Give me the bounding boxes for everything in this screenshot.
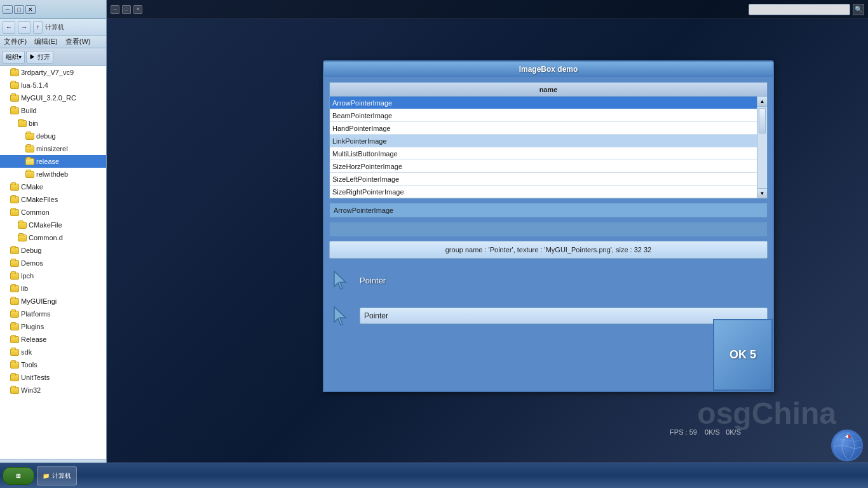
folder-icon <box>10 298 19 305</box>
folder-icon <box>10 374 19 381</box>
tree-item-relwithdeb[interactable]: relwithdeb <box>0 168 106 180</box>
address-label: 计算机 <box>45 23 64 32</box>
list-item-beam[interactable]: BeamPointerImage <box>330 109 757 122</box>
tree-item-release2[interactable]: Release <box>0 333 106 346</box>
nav-toolbar: ← → ↑ 计算机 <box>0 19 106 36</box>
list-body: ArrowPointerImage BeamPointerImage HandP… <box>330 97 767 198</box>
tree-item-cmake[interactable]: CMake <box>0 180 106 193</box>
scroll-track <box>757 107 767 188</box>
folder-icon <box>25 158 34 165</box>
pointer-text-input[interactable]: Pointer <box>360 308 768 324</box>
list-panel: name ArrowPointerImage BeamPointerImage … <box>329 82 768 199</box>
tree-item-plugins[interactable]: Plugins <box>0 320 106 333</box>
back-button[interactable]: ← <box>3 21 15 34</box>
close-button[interactable]: ✕ <box>25 5 36 14</box>
globe-svg <box>832 431 863 461</box>
forward-button[interactable]: → <box>18 21 31 34</box>
tree-item-win32[interactable]: Win32 <box>0 384 106 396</box>
tree-item-release[interactable]: release <box>0 155 106 168</box>
list-item-sizeright[interactable]: SizeRightPointerImage <box>330 186 757 198</box>
pointer-icon-area2 <box>329 303 355 329</box>
pointer-label-text: Pointer <box>360 276 386 285</box>
tree-item-demos[interactable]: Demos <box>0 257 106 269</box>
taskbar-app-item[interactable]: 📁 计算机 <box>37 466 77 485</box>
up-button[interactable]: ↑ <box>33 21 43 34</box>
scroll-thumb[interactable] <box>759 108 766 133</box>
list-scroll-area[interactable]: ArrowPointerImage BeamPointerImage HandP… <box>330 97 767 198</box>
maximize-button[interactable]: □ <box>14 5 24 14</box>
list-item-hand[interactable]: HandPointerImage <box>330 122 757 135</box>
tree-item-build[interactable]: Build <box>0 104 106 117</box>
pointer-cursor-icon <box>332 269 352 292</box>
selected-item-text: ArrowPointerImage <box>334 207 393 214</box>
tree-item-debug[interactable]: debug <box>0 130 106 142</box>
search-input[interactable] <box>749 4 850 15</box>
tree-item-minsizerel[interactable]: minsizerel <box>0 142 106 155</box>
open-button[interactable]: ▶ 打开 <box>26 51 53 64</box>
folder-icon <box>18 222 27 229</box>
tree-item-myguiengi[interactable]: MyGUIEngi <box>0 295 106 308</box>
scroll-down-btn[interactable]: ▼ <box>757 188 767 198</box>
pointer-input-row: Pointer <box>329 303 768 329</box>
view-menu[interactable]: 查看(W) <box>64 37 92 46</box>
watermark: osgChina <box>697 396 836 431</box>
list-header: name <box>330 83 767 97</box>
start-button[interactable]: ⊞ <box>3 467 34 485</box>
edit-menu[interactable]: 编辑(E) <box>33 37 59 46</box>
main-area: ─ □ ✕ 🔍 ImageBox demo name ArrowPointerI… <box>107 0 868 463</box>
folder-icon <box>10 349 19 356</box>
info-bar: group name : 'Pointer', texture : 'MyGUI… <box>329 241 768 259</box>
tree-item-tools[interactable]: Tools <box>0 358 106 371</box>
list-item-link[interactable]: LinkPointerImage <box>330 135 757 147</box>
folder-icon <box>18 120 27 127</box>
tree-item-unittests[interactable]: UnitTests <box>0 371 106 384</box>
list-scrollbar[interactable]: ▲ ▼ <box>757 97 767 198</box>
win-maximize[interactable]: □ <box>122 5 131 14</box>
tree-item-cmakefiles[interactable]: CMakeFiles <box>0 193 106 206</box>
tree-item-platforms[interactable]: Platforms <box>0 308 106 320</box>
tree-item-3rdparty[interactable]: 3rdparty_V7_vc9 <box>0 66 106 79</box>
file-menu[interactable]: 文件(F) <box>3 37 28 46</box>
start-label: ⊞ <box>16 473 21 479</box>
dialog-title: ImageBox demo <box>519 65 578 74</box>
selected-display: ArrowPointerImage <box>329 203 768 218</box>
win-close[interactable]: ✕ <box>133 5 142 14</box>
tree-item-common[interactable]: Common <box>0 206 106 219</box>
tree-item-mygui[interactable]: MyGUI_3.2.0_RC <box>0 92 106 104</box>
tree-item-bin[interactable]: bin <box>0 117 106 130</box>
folder-icon <box>10 336 19 343</box>
scroll-up-btn[interactable]: ▲ <box>757 97 767 107</box>
globe-area <box>831 430 863 461</box>
dialog-titlebar: ImageBox demo <box>324 62 773 77</box>
folder-icon <box>10 196 19 203</box>
tree-item-cmakefile[interactable]: CMakeFile <box>0 219 106 231</box>
tree-item-ipch[interactable]: ipch <box>0 269 106 282</box>
tree-item-lib[interactable]: lib <box>0 282 106 295</box>
explorer-window: ─ □ ✕ ← → ↑ 计算机 文件(F) 编辑(E) 查看(W) 组织▾ ▶ … <box>0 0 107 488</box>
list-item-arrow[interactable]: ArrowPointerImage <box>330 97 757 109</box>
tree-item-sdk[interactable]: sdk <box>0 346 106 358</box>
explorer-titlebar: ─ □ ✕ <box>0 0 106 19</box>
search-icon[interactable]: 🔍 <box>853 4 864 15</box>
folder-icon <box>25 146 34 152</box>
folder-icon <box>10 323 19 330</box>
tree-item-commond[interactable]: Common.d <box>0 231 106 244</box>
tree-item-lua[interactable]: lua-5.1.4 <box>0 79 106 92</box>
globe-icon <box>831 430 863 461</box>
pointer-display-area: Pointer <box>329 265 768 295</box>
list-item-sizeleft[interactable]: SizeLeftPointerImage <box>330 173 757 186</box>
list-item-sizehorz[interactable]: SizeHorzPointerImage <box>330 160 757 173</box>
organize-button[interactable]: 组织▾ <box>3 51 25 64</box>
folder-icon <box>10 95 19 102</box>
win-minimize[interactable]: ─ <box>111 5 119 14</box>
folder-icon <box>10 311 19 318</box>
fps-display: FPS : 59 0K/S 0K/S <box>670 428 741 436</box>
folder-icon <box>10 107 19 114</box>
blank-separator <box>329 222 768 237</box>
ok-button[interactable]: OK 5 <box>713 319 773 391</box>
minimize-button[interactable]: ─ <box>3 5 13 14</box>
top-bar: ─ □ ✕ 🔍 <box>107 0 868 19</box>
list-item-multilist[interactable]: MultiListButtonImage <box>330 147 757 160</box>
tree-item-debug2[interactable]: Debug <box>0 244 106 257</box>
folder-icon <box>18 234 27 241</box>
